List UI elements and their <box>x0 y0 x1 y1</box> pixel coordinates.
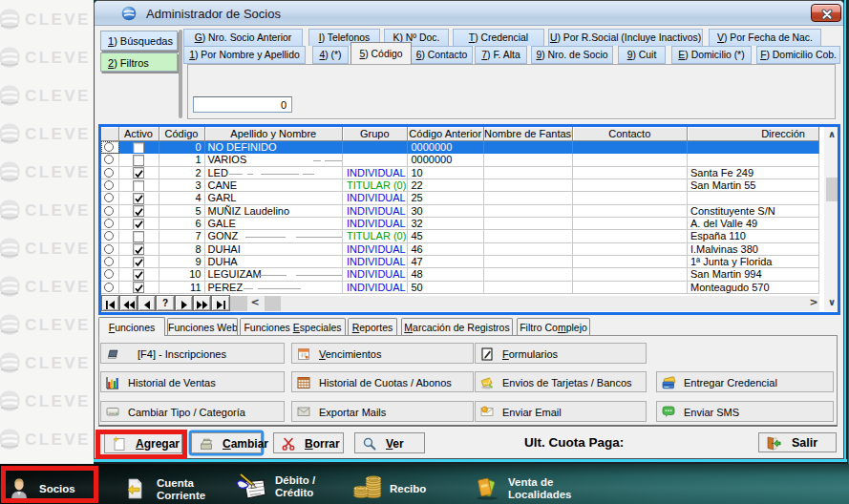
nav-first-button[interactable] <box>101 295 119 311</box>
scroll-down-icon[interactable]: ∨ <box>824 297 839 307</box>
row-radio[interactable] <box>104 244 114 254</box>
filter-tab[interactable]: 7) F. Alta <box>475 46 527 64</box>
filter-tab[interactable]: 9) Nro. de Socio <box>531 46 613 64</box>
activo-checkbox[interactable] <box>133 167 144 178</box>
functions-tab[interactable]: Filtro Complejo <box>517 318 590 335</box>
hscroll-right-icon[interactable]: > <box>810 296 818 308</box>
row-radio[interactable] <box>104 283 114 292</box>
vscroll-thumb[interactable] <box>826 178 838 201</box>
scroll-up-icon[interactable]: ∧ <box>824 129 839 139</box>
filter-tab[interactable]: E) Domicilio (*) <box>671 46 752 64</box>
table-row[interactable]: 0NO DEFINIDO0000000 <box>101 141 820 154</box>
functions-tab[interactable]: Reportes <box>348 318 397 335</box>
function-button[interactable]: Enviar SMS <box>656 401 834 422</box>
grid-column-header[interactable]: Contacto <box>573 127 689 141</box>
toolbar-item-cuenta[interactable] <box>117 464 235 504</box>
table-row[interactable]: 7GONZTITULAR (0)45España 110 <box>101 230 820 242</box>
nav-next-button[interactable] <box>175 295 193 311</box>
function-button[interactable]: Envios de Tarjetas / Bancos <box>475 371 647 392</box>
filter-tab[interactable]: G) Nro. Socio Anterior <box>183 29 303 46</box>
hscroll-left-icon[interactable]: < <box>251 296 260 308</box>
activo-checkbox[interactable] <box>133 180 144 192</box>
activo-checkbox[interactable] <box>133 193 144 204</box>
nav-last-button[interactable] <box>211 295 229 311</box>
toolbar-item-recibo[interactable] <box>345 464 468 504</box>
function-button[interactable]: [F4] - Inscripciones <box>100 343 285 364</box>
functions-tab[interactable]: Funciones <box>98 317 165 336</box>
row-radio[interactable] <box>104 257 114 266</box>
row-radio[interactable] <box>104 219 114 228</box>
activo-checkbox[interactable] <box>133 219 144 230</box>
row-radio[interactable] <box>104 193 114 202</box>
row-radio[interactable] <box>104 269 114 279</box>
filter-tab[interactable]: 1) Por Nombre y Apellido <box>183 46 306 64</box>
action-button[interactable]: Ver <box>354 432 425 453</box>
table-row[interactable]: 10LEGUIZAMINDIVIDUAL48San Martin 994 <box>101 268 820 281</box>
hscroll-thumb[interactable] <box>265 296 282 311</box>
function-button[interactable]: Historial de Ventas <box>100 371 285 392</box>
row-radio[interactable] <box>104 206 114 216</box>
function-button[interactable]: Formularios <box>475 343 647 364</box>
functions-tab[interactable]: Funciones Especiales <box>240 318 346 335</box>
table-row[interactable]: 6GALEINDIVIDUAL32A. del Valle 49 <box>101 218 820 230</box>
filter-tab[interactable]: 9) Cuit <box>618 46 666 64</box>
functions-tab[interactable]: Marcación de Registros <box>401 318 513 335</box>
activo-checkbox[interactable] <box>133 257 144 268</box>
function-button[interactable]: Exportar Mails <box>291 401 474 422</box>
activo-checkbox[interactable] <box>133 142 144 154</box>
table-row[interactable]: 3CANETITULAR (0)22San Martin 55 <box>101 179 820 192</box>
table-row[interactable]: 5MUÑIZ LaudelinoINDIVIDUAL30Constituyent… <box>101 205 820 218</box>
grid-column-header[interactable]: Código Anterior <box>408 127 485 141</box>
row-radio[interactable] <box>104 142 114 152</box>
members-grid[interactable]: ActivoCódigoApellido y NombreGrupoCódigo… <box>98 124 841 315</box>
nav-help-button[interactable]: ? <box>156 295 174 311</box>
filter-tab[interactable]: V) Por Fecha de Nac. <box>709 29 821 46</box>
filter-tab[interactable]: F) Domicilio Cob. <box>756 46 840 64</box>
function-button[interactable]: Cambiar Tipo / Categoría <box>100 401 285 422</box>
grid-column-header[interactable]: Nombre de Fantasía <box>484 127 573 141</box>
grid-column-header[interactable] <box>101 127 119 141</box>
grid-column-header[interactable]: Activo <box>119 127 159 141</box>
grid-vscrollbar[interactable]: ∧∨ <box>822 127 838 311</box>
row-radio[interactable] <box>104 180 114 190</box>
table-row[interactable]: 1VARIOS0000000 <box>101 154 820 166</box>
row-radio[interactable] <box>104 168 114 178</box>
nav-fast-next-button[interactable] <box>193 295 211 311</box>
functions-tab[interactable]: Funciones Web <box>167 318 238 335</box>
filter-tab-active[interactable]: 5) Código <box>350 42 412 64</box>
table-row[interactable]: 2LEDINDIVIDUAL10Santa Fe 249 <box>101 167 820 179</box>
activo-checkbox[interactable] <box>133 243 144 255</box>
table-row[interactable]: 8DUHAIINDIVIDUAL46I.Malvinas 380 <box>101 243 820 256</box>
filter-tab[interactable]: 4) (*) <box>312 46 349 64</box>
activo-checkbox[interactable] <box>133 282 144 293</box>
page-tab-filtros[interactable]: 2) Filtros <box>100 52 178 72</box>
nav-fast-prev-button[interactable] <box>119 295 138 311</box>
table-row[interactable]: 4GARLINDIVIDUAL25 <box>101 192 820 204</box>
toolbar-item-dbito[interactable] <box>227 464 353 504</box>
activo-checkbox[interactable] <box>133 269 144 281</box>
grid-column-header[interactable]: Grupo <box>343 127 408 141</box>
function-button[interactable]: Historial de Cuotas / Abonos <box>291 371 474 392</box>
table-row[interactable]: 11PEREZINDIVIDUAL50Monteagudo 570 <box>101 282 820 294</box>
grid-column-header[interactable]: Dirección <box>688 127 819 141</box>
row-radio[interactable] <box>104 231 114 241</box>
action-button[interactable]: Borrar <box>273 432 344 453</box>
codigo-search-input[interactable]: 0 <box>193 96 292 113</box>
action-button[interactable]: Cambiar <box>191 432 262 453</box>
close-button[interactable] <box>811 4 841 22</box>
activo-checkbox[interactable] <box>133 155 144 166</box>
page-tab-busquedas[interactable]: 1) Búsquedas <box>100 31 178 51</box>
grid-column-header[interactable]: Código <box>159 127 205 141</box>
filter-tab[interactable]: T) Credencial <box>453 29 544 46</box>
function-button[interactable]: Vencimientos <box>291 343 474 364</box>
toolbar-item-venta[interactable] <box>467 464 586 504</box>
table-row[interactable]: 9DUHAINDIVIDUAL471ª Junta y Florida <box>101 256 820 268</box>
filter-tab[interactable]: U) Por R.Social (Incluye Inactivos) <box>548 29 703 46</box>
function-button[interactable]: Enviar Email <box>475 401 647 422</box>
filter-tab[interactable]: 6) Contacto <box>411 46 473 64</box>
hscroll-block[interactable] <box>230 296 248 311</box>
activo-checkbox[interactable] <box>133 205 144 217</box>
nav-prev-button[interactable] <box>138 295 156 311</box>
activo-checkbox[interactable] <box>133 231 144 242</box>
row-radio[interactable] <box>104 155 114 164</box>
